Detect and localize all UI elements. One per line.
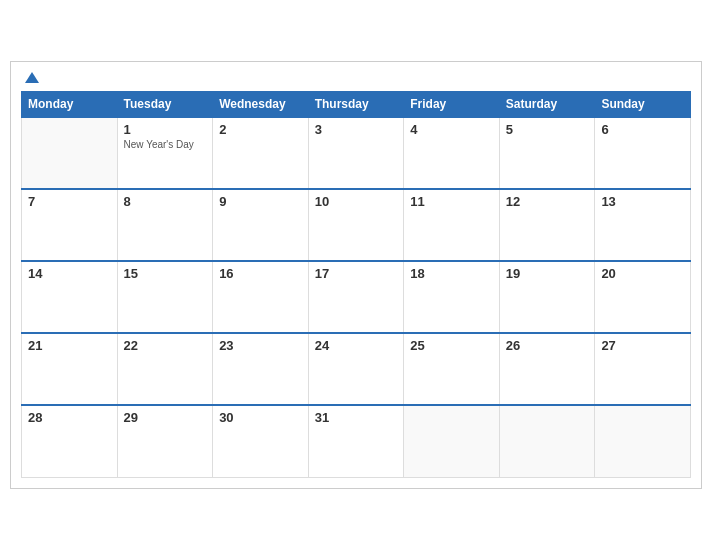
calendar-cell: 16	[213, 261, 309, 333]
calendar-cell: 20	[595, 261, 691, 333]
day-number: 16	[219, 266, 302, 281]
calendar-cell: 11	[404, 189, 500, 261]
day-number: 11	[410, 194, 493, 209]
calendar-cell: 6	[595, 117, 691, 189]
day-number: 13	[601, 194, 684, 209]
day-number: 2	[219, 122, 302, 137]
calendar-cell: 24	[308, 333, 404, 405]
day-number: 19	[506, 266, 589, 281]
calendar-cell: 1New Year's Day	[117, 117, 213, 189]
week-row-4: 21222324252627	[22, 333, 691, 405]
week-row-3: 14151617181920	[22, 261, 691, 333]
day-header-tuesday: Tuesday	[117, 92, 213, 118]
day-number: 27	[601, 338, 684, 353]
day-number: 4	[410, 122, 493, 137]
calendar-table: MondayTuesdayWednesdayThursdayFridaySatu…	[21, 91, 691, 478]
day-number: 17	[315, 266, 398, 281]
day-number: 3	[315, 122, 398, 137]
calendar-tbody: 1New Year's Day2345678910111213141516171…	[22, 117, 691, 477]
calendar-cell: 3	[308, 117, 404, 189]
day-header-monday: Monday	[22, 92, 118, 118]
logo	[25, 72, 42, 83]
calendar-cell: 31	[308, 405, 404, 477]
calendar-header	[21, 72, 691, 83]
calendar-cell	[499, 405, 595, 477]
day-number: 20	[601, 266, 684, 281]
week-row-5: 28293031	[22, 405, 691, 477]
day-number: 22	[124, 338, 207, 353]
day-number: 26	[506, 338, 589, 353]
logo-triangle-icon	[25, 72, 39, 83]
calendar-thead: MondayTuesdayWednesdayThursdayFridaySatu…	[22, 92, 691, 118]
week-row-1: 1New Year's Day23456	[22, 117, 691, 189]
calendar-cell: 25	[404, 333, 500, 405]
day-header-wednesday: Wednesday	[213, 92, 309, 118]
calendar-cell: 29	[117, 405, 213, 477]
calendar-cell: 14	[22, 261, 118, 333]
day-number: 10	[315, 194, 398, 209]
day-number: 24	[315, 338, 398, 353]
calendar-cell: 23	[213, 333, 309, 405]
calendar-cell: 28	[22, 405, 118, 477]
day-number: 6	[601, 122, 684, 137]
calendar-cell: 8	[117, 189, 213, 261]
day-header-saturday: Saturday	[499, 92, 595, 118]
day-number: 23	[219, 338, 302, 353]
calendar-cell: 26	[499, 333, 595, 405]
day-number: 15	[124, 266, 207, 281]
days-header-row: MondayTuesdayWednesdayThursdayFridaySatu…	[22, 92, 691, 118]
day-number: 9	[219, 194, 302, 209]
day-number: 21	[28, 338, 111, 353]
week-row-2: 78910111213	[22, 189, 691, 261]
calendar-cell	[595, 405, 691, 477]
calendar-cell: 13	[595, 189, 691, 261]
day-number: 28	[28, 410, 111, 425]
calendar-cell: 27	[595, 333, 691, 405]
day-event: New Year's Day	[124, 139, 194, 150]
calendar-cell: 7	[22, 189, 118, 261]
calendar-cell: 21	[22, 333, 118, 405]
day-number: 14	[28, 266, 111, 281]
day-number: 8	[124, 194, 207, 209]
calendar-cell	[22, 117, 118, 189]
day-number: 12	[506, 194, 589, 209]
calendar-cell: 5	[499, 117, 595, 189]
calendar-cell: 19	[499, 261, 595, 333]
calendar-cell: 17	[308, 261, 404, 333]
day-number: 31	[315, 410, 398, 425]
calendar-cell: 15	[117, 261, 213, 333]
day-number: 29	[124, 410, 207, 425]
calendar-cell: 22	[117, 333, 213, 405]
calendar-cell: 10	[308, 189, 404, 261]
calendar-cell	[404, 405, 500, 477]
calendar-container: MondayTuesdayWednesdayThursdayFridaySatu…	[10, 61, 702, 489]
day-number: 30	[219, 410, 302, 425]
day-header-sunday: Sunday	[595, 92, 691, 118]
day-header-friday: Friday	[404, 92, 500, 118]
logo-blue-text	[25, 72, 42, 83]
day-number: 18	[410, 266, 493, 281]
calendar-cell: 30	[213, 405, 309, 477]
calendar-cell: 12	[499, 189, 595, 261]
calendar-cell: 4	[404, 117, 500, 189]
calendar-cell: 9	[213, 189, 309, 261]
day-number: 25	[410, 338, 493, 353]
day-header-thursday: Thursday	[308, 92, 404, 118]
day-number: 7	[28, 194, 111, 209]
day-number: 1	[124, 122, 207, 137]
calendar-cell: 18	[404, 261, 500, 333]
calendar-cell: 2	[213, 117, 309, 189]
day-number: 5	[506, 122, 589, 137]
